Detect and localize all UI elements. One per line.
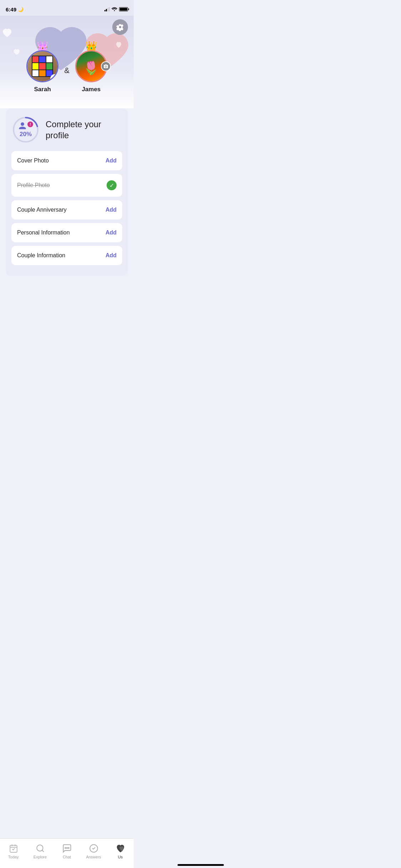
profile-james: 👑 🌷 James	[75, 41, 107, 93]
profile-complete-card: ! 20% Complete your profile Cover Photo …	[6, 108, 128, 276]
profile-photo-item[interactable]: Profile Photo ✓	[11, 174, 122, 197]
person-icon-wrap: !	[18, 122, 33, 130]
complete-title-line2: profile	[46, 130, 101, 141]
complete-title: Complete your	[46, 119, 101, 130]
gear-icon	[116, 23, 124, 31]
camera-button[interactable]	[101, 61, 111, 71]
cover-photo-label: Cover Photo	[17, 157, 49, 164]
person-icon	[18, 122, 27, 130]
name-sarah: Sarah	[34, 86, 51, 93]
couple-row: 👑	[6, 41, 128, 93]
name-james: James	[82, 86, 101, 93]
camera-icon	[103, 64, 108, 69]
status-icons	[104, 6, 128, 12]
profile-photo-label: Profile Photo	[17, 182, 50, 188]
couple-info-add[interactable]: Add	[106, 252, 117, 259]
ampersand: &	[64, 66, 70, 75]
complete-text-block: Complete your profile	[46, 119, 101, 141]
couple-info-item[interactable]: Couple Information Add	[11, 246, 122, 265]
profile-photo-check: ✓	[107, 180, 117, 190]
couple-anniversary-add[interactable]: Add	[106, 207, 117, 213]
signal-bars-icon	[104, 7, 110, 11]
exclamation-badge: !	[27, 122, 33, 127]
avatar-sarah[interactable]: 🤍	[26, 50, 58, 82]
cover-photo-item[interactable]: Cover Photo Add	[11, 151, 122, 170]
couple-info-label: Couple Information	[17, 252, 65, 259]
couple-anniversary-item[interactable]: Couple Anniversary Add	[11, 200, 122, 219]
complete-header: ! 20% Complete your profile	[11, 115, 122, 144]
couple-anniversary-label: Couple Anniversary	[17, 207, 67, 213]
status-time: 6:49	[6, 6, 16, 12]
status-bar: 6:49 🌙	[0, 0, 134, 16]
settings-button[interactable]	[112, 19, 128, 35]
progress-circle: ! 20%	[11, 115, 40, 144]
cover-photo-add[interactable]: Add	[106, 157, 117, 164]
hero-section: 👑	[0, 16, 134, 108]
personal-info-item[interactable]: Personal Information Add	[11, 223, 122, 242]
heart-badge-sarah: 🤍	[50, 74, 58, 82]
personal-info-label: Personal Information	[17, 229, 70, 236]
wifi-icon	[112, 6, 117, 12]
profile-sarah: 👑	[26, 41, 58, 93]
progress-inner: ! 20%	[18, 122, 33, 138]
battery-icon	[119, 7, 128, 11]
personal-info-add[interactable]: Add	[106, 229, 117, 236]
progress-percent: 20%	[20, 131, 32, 138]
moon-icon: 🌙	[18, 7, 24, 12]
svg-point-0	[105, 66, 107, 67]
